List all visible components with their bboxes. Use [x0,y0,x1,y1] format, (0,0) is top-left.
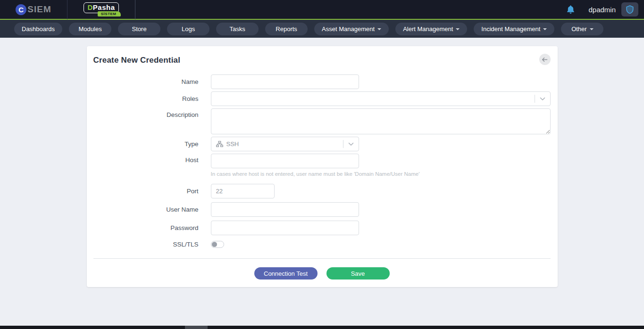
dpasha-logo-d: D [87,3,92,11]
nav-item[interactable]: Logs [167,23,209,35]
caret-down-icon [543,28,547,30]
csiem-logo-icon: C [16,4,26,15]
type-selected-value: SSH [226,140,239,148]
dpasha-logo: DPasha SİSTEM [67,0,135,19]
nav-item[interactable]: Alert Management [395,23,467,35]
type-label: Type [93,140,199,148]
user-name-input[interactable] [211,202,359,217]
shield-icon [626,5,634,14]
notifications-bell-icon[interactable] [566,5,575,14]
arrow-left-icon [542,57,548,62]
user-menu-button[interactable] [621,2,638,16]
page-title: Create New Credential [93,54,181,65]
nav-item[interactable]: Reports [265,23,308,35]
scrollbar-thumb[interactable] [185,326,208,329]
nav-item[interactable]: Modules [69,23,111,35]
nav-item[interactable]: Asset Management [314,23,389,35]
name-label: Name [93,78,199,85]
port-label: Port [93,188,199,195]
roles-select[interactable] [211,91,551,106]
sitemap-icon [216,141,223,147]
roles-label: Roles [93,95,199,102]
chevron-down-icon[interactable] [343,142,359,146]
username-label: dpadmin [588,6,616,14]
dpasha-logo-text: Pasha [93,3,115,11]
connection-test-button[interactable]: Connection Test [254,267,318,280]
chevron-down-icon[interactable] [535,97,550,101]
nav-item[interactable]: Incident Management [474,23,554,35]
password-input[interactable] [211,221,359,235]
roles-input[interactable] [216,92,535,106]
host-hint-text: In cases where host is not entered, user… [211,171,551,177]
name-input[interactable] [211,74,359,89]
main-nav: Dashboards Modules Store Logs Tasks Repo… [0,20,644,38]
nav-item[interactable]: Dashboards [14,23,62,35]
csiem-logo: C SIEM [0,0,67,19]
host-label: Host [93,154,199,164]
dpasha-logo-badge: SİSTEM [98,11,121,16]
horizontal-scrollbar[interactable] [0,326,644,329]
description-label: Description [93,108,199,118]
description-textarea[interactable] [211,108,551,134]
nav-item[interactable]: Other [561,23,603,35]
ssl-tls-label: SSL/TLS [93,241,199,248]
nav-item[interactable]: Tasks [216,23,259,35]
user-name-label: User Name [93,206,199,213]
password-label: Password [93,224,199,231]
port-input[interactable] [211,184,275,198]
type-select[interactable]: SSH [211,137,359,151]
caret-down-icon [377,28,381,30]
back-button[interactable] [539,54,551,65]
csiem-logo-text: SIEM [27,4,51,15]
save-button[interactable]: Save [326,267,390,280]
create-credential-card: Create New Credential Name Roles [87,46,558,287]
app-header: C SIEM DPasha SİSTEM dpadmin [0,0,644,20]
nav-item[interactable]: Store [118,23,160,35]
caret-down-icon [590,28,594,30]
host-input[interactable] [211,154,359,168]
caret-down-icon [456,28,460,30]
page-content: Create New Credential Name Roles [0,38,644,326]
ssl-tls-toggle[interactable] [211,241,224,248]
